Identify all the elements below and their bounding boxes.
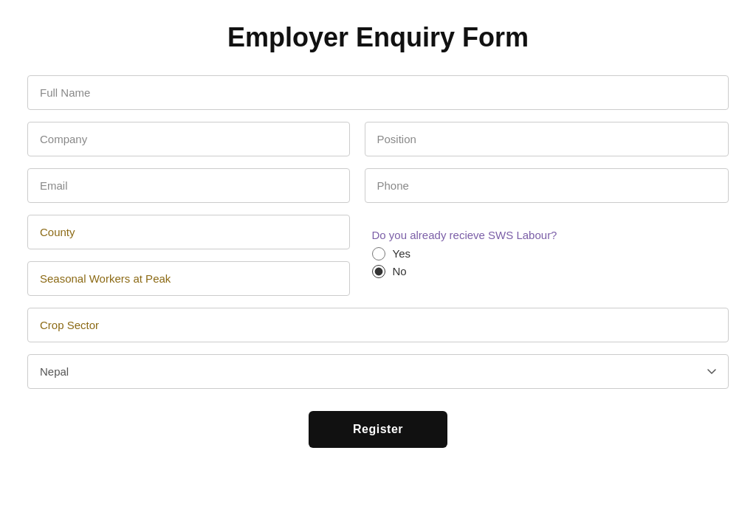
radio-no-option[interactable]: No bbox=[372, 265, 729, 278]
country-select[interactable]: Nepal Ireland United Kingdom Other bbox=[27, 354, 729, 389]
radio-no-input[interactable] bbox=[372, 265, 385, 278]
crop-sector-input[interactable] bbox=[27, 308, 729, 342]
enquiry-form: Do you already recieve SWS Labour? Yes N… bbox=[27, 75, 729, 448]
page-title: Employer Enquiry Form bbox=[227, 22, 529, 53]
county-input[interactable] bbox=[27, 215, 350, 249]
radio-yes-label: Yes bbox=[393, 247, 410, 260]
radio-no-label: No bbox=[393, 265, 407, 277]
company-position-row bbox=[27, 122, 729, 156]
email-phone-row bbox=[27, 168, 729, 203]
fullname-row bbox=[27, 75, 729, 110]
sws-radio-group: Do you already recieve SWS Labour? Yes N… bbox=[365, 215, 729, 296]
fullname-input[interactable] bbox=[27, 75, 729, 110]
radio-yes-input[interactable] bbox=[372, 247, 385, 260]
county-sws-row: Do you already recieve SWS Labour? Yes N… bbox=[27, 215, 729, 296]
sws-question-label: Do you already recieve SWS Labour? bbox=[372, 229, 729, 241]
crop-sector-row bbox=[27, 308, 729, 342]
position-input[interactable] bbox=[365, 122, 729, 156]
email-input[interactable] bbox=[27, 168, 350, 203]
register-button[interactable]: Register bbox=[309, 411, 447, 448]
country-row: Nepal Ireland United Kingdom Other bbox=[27, 354, 729, 389]
seasonal-workers-input[interactable] bbox=[27, 261, 350, 296]
company-input[interactable] bbox=[27, 122, 350, 156]
radio-yes-option[interactable]: Yes bbox=[372, 247, 729, 260]
phone-input[interactable] bbox=[365, 168, 729, 203]
